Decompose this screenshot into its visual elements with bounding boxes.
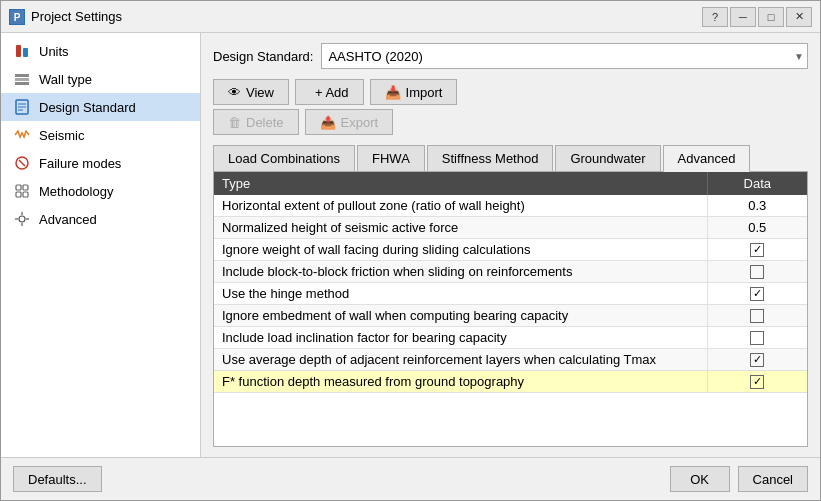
delete-icon: 🗑 xyxy=(228,115,241,130)
eye-icon: 👁 xyxy=(228,85,241,100)
row-data-checkbox[interactable] xyxy=(707,371,807,393)
row-type: Ignore embedment of wall when computing … xyxy=(214,305,707,327)
row-data-checkbox[interactable] xyxy=(707,261,807,283)
row-type: Use average depth of adjacent reinforcem… xyxy=(214,349,707,371)
tab-content: Type Data Horizontal extent of pullout z… xyxy=(213,172,808,447)
col-header-data: Data xyxy=(707,172,807,195)
svg-rect-5 xyxy=(15,78,29,81)
sidebar-item-design-standard[interactable]: Design Standard xyxy=(1,93,200,121)
minimize-button[interactable]: ─ xyxy=(730,7,756,27)
row-type: Normalized height of seismic active forc… xyxy=(214,217,707,239)
row-type: Ignore weight of wall facing during slid… xyxy=(214,239,707,261)
design-standard-row: Design Standard: AASHTO (2020) ▼ xyxy=(213,43,808,69)
sidebar-item-advanced[interactable]: Advanced xyxy=(1,205,200,233)
checkbox-ignore-embedment[interactable] xyxy=(750,309,764,323)
sidebar-item-wall-type[interactable]: Wall type xyxy=(1,65,200,93)
failure-modes-icon xyxy=(13,154,31,172)
cancel-button[interactable]: Cancel xyxy=(738,466,808,492)
table-row: Normalized height of seismic active forc… xyxy=(214,217,807,239)
sidebar-item-failure-modes[interactable]: Failure modes xyxy=(1,149,200,177)
help-button[interactable]: ? xyxy=(702,7,728,27)
col-header-type: Type xyxy=(214,172,707,195)
export-icon: 📤 xyxy=(320,115,336,130)
tabs-container: Load Combinations FHWA Stiffness Method … xyxy=(213,145,808,172)
svg-rect-13 xyxy=(16,185,21,190)
table-row: Horizontal extent of pullout zone (ratio… xyxy=(214,195,807,217)
row-data-checkbox[interactable] xyxy=(707,305,807,327)
table-container[interactable]: Type Data Horizontal extent of pullout z… xyxy=(214,172,807,446)
checkbox-hinge-method[interactable] xyxy=(750,287,764,301)
design-standard-icon xyxy=(13,98,31,116)
tab-advanced[interactable]: Advanced xyxy=(663,145,751,172)
svg-rect-4 xyxy=(15,74,29,77)
svg-rect-15 xyxy=(16,192,21,197)
advanced-icon xyxy=(13,210,31,228)
view-button[interactable]: 👁 View xyxy=(213,79,289,105)
row-type: F* function depth measured from ground t… xyxy=(214,371,707,393)
checkbox-avg-depth[interactable] xyxy=(750,353,764,367)
export-button[interactable]: 📤 Export xyxy=(305,109,394,135)
row-data-checkbox[interactable] xyxy=(707,239,807,261)
add-button[interactable]: + Add xyxy=(295,79,364,105)
table-row: Include load inclination factor for bear… xyxy=(214,327,807,349)
checkbox-ignore-weight[interactable] xyxy=(750,243,764,257)
svg-rect-6 xyxy=(15,82,29,85)
import-button[interactable]: 📥 Import xyxy=(370,79,458,105)
window-title: Project Settings xyxy=(31,9,696,24)
defaults-button[interactable]: Defaults... xyxy=(13,466,102,492)
svg-rect-2 xyxy=(16,45,21,57)
checkbox-load-inclination[interactable] xyxy=(750,331,764,345)
maximize-button[interactable]: □ xyxy=(758,7,784,27)
settings-table: Type Data Horizontal extent of pullout z… xyxy=(214,172,807,393)
checkbox-f-star[interactable] xyxy=(750,375,764,389)
failure-modes-label: Failure modes xyxy=(39,156,121,171)
tab-groundwater[interactable]: Groundwater xyxy=(555,145,660,171)
table-row: Ignore embedment of wall when computing … xyxy=(214,305,807,327)
sidebar-item-seismic[interactable]: Seismic xyxy=(1,121,200,149)
footer-left: Defaults... xyxy=(13,466,102,492)
delete-button[interactable]: 🗑 Delete xyxy=(213,109,299,135)
row-data: 0.5 xyxy=(707,217,807,239)
import-icon: 📥 xyxy=(385,85,401,100)
units-label: Units xyxy=(39,44,69,59)
svg-rect-14 xyxy=(23,185,28,190)
action-buttons-row2: 🗑 Delete 📤 Export xyxy=(213,109,808,135)
methodology-icon xyxy=(13,182,31,200)
ok-button[interactable]: OK xyxy=(670,466,730,492)
design-standard-select-wrapper: AASHTO (2020) ▼ xyxy=(321,43,808,69)
sidebar-item-units[interactable]: Units xyxy=(1,37,200,65)
table-row: Use average depth of adjacent reinforcem… xyxy=(214,349,807,371)
units-icon xyxy=(13,42,31,60)
seismic-label: Seismic xyxy=(39,128,85,143)
row-data-checkbox[interactable] xyxy=(707,349,807,371)
row-type: Use the hinge method xyxy=(214,283,707,305)
close-button[interactable]: ✕ xyxy=(786,7,812,27)
footer-right: OK Cancel xyxy=(670,466,808,492)
main-content: Design Standard: AASHTO (2020) ▼ 👁 View … xyxy=(201,33,820,457)
window-footer: Defaults... OK Cancel xyxy=(1,457,820,500)
sidebar: Units Wall type xyxy=(1,33,201,457)
table-row: F* function depth measured from ground t… xyxy=(214,371,807,393)
seismic-icon xyxy=(13,126,31,144)
svg-point-17 xyxy=(19,216,25,222)
tab-stiffness-method[interactable]: Stiffness Method xyxy=(427,145,554,171)
row-data: 0.3 xyxy=(707,195,807,217)
window-body: Units Wall type xyxy=(1,33,820,457)
svg-text:P: P xyxy=(14,12,21,23)
window-controls: ? ─ □ ✕ xyxy=(702,7,812,27)
design-standard-select[interactable]: AASHTO (2020) xyxy=(321,43,808,69)
sidebar-item-methodology[interactable]: Methodology xyxy=(1,177,200,205)
tab-fhwa[interactable]: FHWA xyxy=(357,145,425,171)
svg-rect-16 xyxy=(23,192,28,197)
row-type: Include load inclination factor for bear… xyxy=(214,327,707,349)
table-row: Use the hinge method xyxy=(214,283,807,305)
svg-rect-3 xyxy=(23,48,28,57)
table-row: Include block-to-block friction when sli… xyxy=(214,261,807,283)
window-icon: P xyxy=(9,9,25,25)
table-row: Ignore weight of wall facing during slid… xyxy=(214,239,807,261)
tab-load-combinations[interactable]: Load Combinations xyxy=(213,145,355,171)
row-data-checkbox[interactable] xyxy=(707,327,807,349)
design-standard-label: Design Standard xyxy=(39,100,136,115)
checkbox-block-friction[interactable] xyxy=(750,265,764,279)
row-data-checkbox[interactable] xyxy=(707,283,807,305)
